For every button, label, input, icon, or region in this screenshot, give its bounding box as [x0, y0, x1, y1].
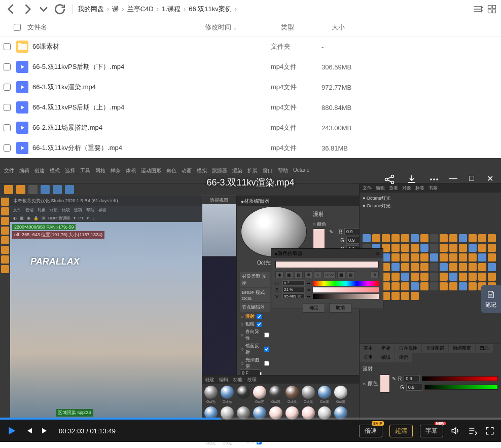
menu-item[interactable]: 帮助 — [278, 167, 288, 174]
h-input[interactable] — [282, 280, 305, 286]
v-input[interactable] — [282, 293, 305, 299]
row-checkbox[interactable] — [2, 82, 12, 92]
row-checkbox[interactable] — [2, 123, 12, 133]
eyedropper-icon[interactable]: ✎ — [329, 229, 333, 235]
cancel-button[interactable]: 取消 — [329, 303, 351, 313]
mat-prop-item[interactable]: ○各向异性 — [240, 328, 270, 342]
cp-eyedropper-icon[interactable]: ✎ — [371, 271, 379, 278]
menu-item[interactable]: 选择 — [65, 167, 75, 174]
val-slider[interactable] — [313, 294, 379, 299]
mat-prop-item[interactable]: ○镜面反射 — [240, 342, 270, 356]
crumb-0[interactable]: 我的网盘 — [78, 5, 104, 14]
window-max-icon[interactable]: □ — [467, 173, 477, 183]
crumb-2[interactable]: 兰亭C4D — [127, 5, 154, 14]
menu-item[interactable]: 文件 — [4, 167, 14, 174]
file-type: mp4文件 — [271, 62, 321, 71]
file-row[interactable]: 66-4.双11kvPS后期（上）.mp4 mp4文件 880.84MB — [0, 97, 501, 118]
menu-item[interactable]: 跟踪器 — [212, 167, 227, 174]
subtitle-button[interactable]: 字幕NEW — [420, 425, 443, 437]
menu-item[interactable]: 模式 — [50, 167, 60, 174]
file-row[interactable]: 66课素材 文件夹 - — [0, 36, 501, 57]
col-name[interactable]: 文件名 — [22, 23, 205, 32]
play-button[interactable] — [6, 425, 17, 436]
row-checkbox[interactable] — [2, 42, 12, 52]
menu-item[interactable]: Octane — [293, 167, 309, 174]
menu-item[interactable]: 编辑 — [19, 167, 29, 174]
window-min-icon[interactable]: — — [448, 173, 458, 183]
mat-prop-item[interactable]: ○漫射 — [240, 313, 270, 320]
viewport-spp: 区域渲染 spp:24 — [56, 409, 93, 417]
speed-button[interactable]: 倍速SVIP — [359, 425, 382, 437]
fullscreen-icon[interactable] — [485, 426, 495, 436]
menu-item[interactable]: 工具 — [80, 167, 90, 174]
material-ball[interactable]: Oct混 — [301, 386, 315, 404]
quality-button[interactable]: 超清 — [389, 425, 413, 437]
menu-item[interactable]: 样条 — [111, 167, 121, 174]
playlist-icon[interactable] — [468, 426, 478, 436]
menu-item[interactable]: 渲染 — [232, 167, 242, 174]
mini-viewport[interactable]: 透视视图 — [202, 196, 236, 256]
s-input[interactable] — [282, 287, 305, 292]
file-row[interactable]: 66-2.双11场景搭建.mp4 mp4文件 243.00MB — [0, 118, 501, 138]
menu-item[interactable]: 角色 — [166, 167, 176, 174]
more-icon[interactable] — [428, 173, 440, 185]
file-row[interactable]: 66-3.双11kv渲染.mp4 mp4文件 972.77MB — [0, 77, 501, 97]
material-ball[interactable]: Oct漫 — [334, 386, 348, 404]
crumb-4[interactable]: 66.双11kv案例 — [189, 5, 232, 14]
material-ball[interactable]: Oct混 — [285, 386, 299, 404]
menu-item[interactable]: 扩展 — [247, 167, 258, 174]
file-row[interactable]: 66-1.双11kv分析（重要）.mp4 mp4文件 36.81MB — [0, 138, 501, 158]
ok-button[interactable]: 确定 — [303, 303, 325, 313]
crumb-1[interactable]: 课 — [112, 5, 119, 14]
material-ball[interactable] — [236, 386, 251, 404]
cp-close-icon[interactable]: ✕ — [376, 251, 380, 256]
mat-prop-item[interactable]: ○粗糙 — [240, 320, 270, 328]
window-close-icon[interactable]: ✕ — [485, 173, 495, 183]
material-ball[interactable]: Oct光 — [204, 386, 218, 404]
object-tree[interactable]: ● Octane灯光 ● Octane灯光 — [360, 193, 501, 212]
menu-item[interactable]: 窗口 — [263, 167, 273, 174]
next-button[interactable] — [41, 426, 50, 435]
menu-item[interactable]: 模拟 — [197, 167, 207, 174]
material-ball[interactable]: Oct光 — [253, 386, 267, 404]
r-input[interactable] — [344, 228, 361, 235]
dropdown-button[interactable] — [37, 2, 51, 16]
select-all-checkbox[interactable] — [12, 22, 22, 32]
svg-point-8 — [433, 178, 435, 180]
c4d-left-tools — [0, 196, 10, 420]
menu-item[interactable]: 动画 — [182, 167, 192, 174]
forward-button[interactable] — [20, 2, 34, 16]
note-button[interactable]: 笔记 — [481, 285, 501, 313]
refresh-button[interactable] — [53, 2, 67, 16]
material-ball[interactable]: Oct混 — [269, 386, 283, 404]
row-checkbox[interactable] — [2, 143, 12, 153]
menu-item[interactable]: 网格 — [95, 167, 105, 174]
row-checkbox[interactable] — [2, 102, 12, 113]
share-icon[interactable] — [383, 173, 396, 185]
sort-icon[interactable] — [473, 4, 483, 14]
col-size[interactable]: 大小 — [332, 23, 501, 32]
video-icon — [16, 81, 28, 93]
back-button[interactable] — [4, 2, 18, 16]
download-icon[interactable] — [406, 173, 418, 185]
top-toolbar: 我的网盘› 课› 兰亭C4D› 1.课程› 66.双11kv案例› — [0, 0, 501, 18]
file-row[interactable]: 66-5.双11kvPS后期（下）.mp4 mp4文件 306.59MB — [0, 57, 501, 77]
grid-view-icon[interactable] — [487, 4, 497, 14]
col-type[interactable]: 类型 — [281, 23, 332, 32]
menu-item[interactable]: 体积 — [126, 167, 136, 174]
c4d-viewport[interactable]: 木奇教育免费汉化 Studio 2020.1.5-R4 (61 days lef… — [10, 196, 202, 420]
cp-swatch[interactable] — [275, 261, 379, 268]
menu-item[interactable]: 运动图形 — [141, 167, 161, 174]
sat-slider[interactable] — [313, 287, 379, 292]
hue-slider[interactable] — [313, 281, 379, 286]
menu-item[interactable]: 创建 — [34, 167, 45, 174]
col-date[interactable]: 修改时间↓ — [205, 23, 281, 32]
material-ball[interactable]: Oct光 — [220, 386, 234, 404]
new-badge: NEW — [435, 422, 446, 425]
prev-button[interactable] — [24, 426, 33, 435]
crumb-3[interactable]: 1.课程 — [162, 5, 181, 14]
row-checkbox[interactable] — [2, 62, 12, 72]
material-ball[interactable]: Oct漫 — [317, 386, 332, 404]
mat-prop-item[interactable]: ○光泽图层 — [240, 356, 270, 370]
volume-icon[interactable] — [450, 426, 460, 436]
